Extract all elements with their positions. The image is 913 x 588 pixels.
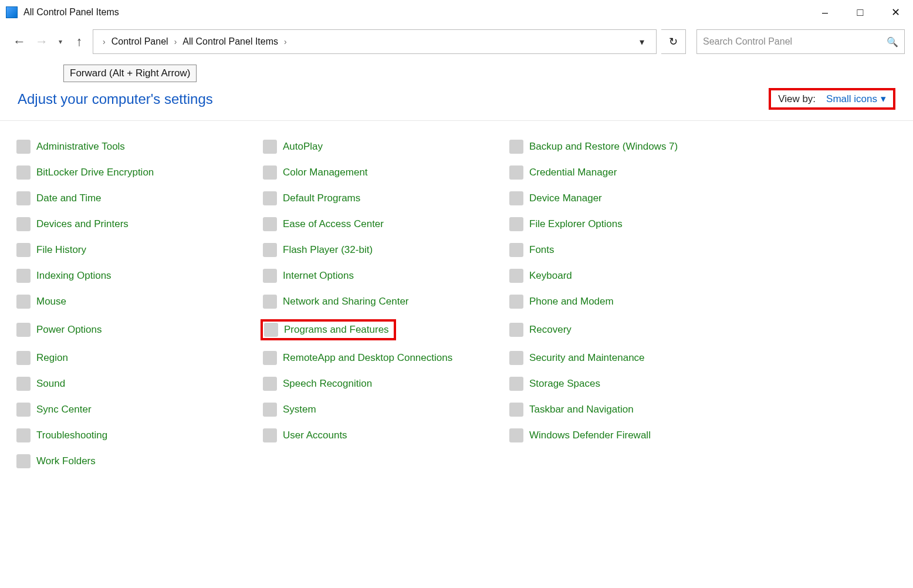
control-panel-item[interactable]: Power Options	[14, 319, 261, 340]
control-panel-item-label: Speech Recognition	[283, 378, 372, 390]
control-panel-item[interactable]: User Accounts	[261, 427, 507, 444]
control-panel-item[interactable]: Keyboard	[507, 268, 753, 284]
region-icon	[16, 351, 31, 365]
forward-tooltip: Forward (Alt + Right Arrow)	[63, 65, 197, 82]
view-by-value[interactable]: Small icons ▾	[826, 93, 886, 105]
clock-icon	[16, 191, 31, 205]
control-panel-item[interactable]: Default Programs	[261, 190, 507, 207]
color-icon	[263, 165, 277, 180]
sync-icon	[16, 403, 31, 417]
control-panel-item[interactable]: System	[261, 401, 507, 418]
speech-icon	[263, 377, 277, 391]
control-panel-item[interactable]: Indexing Options	[14, 268, 261, 284]
control-panel-item[interactable]: Credential Manager	[507, 164, 753, 181]
nav-row: ← → ▾ ↑ › Control Panel › All Control Pa…	[0, 25, 913, 60]
internet-icon	[263, 269, 277, 283]
control-panel-item[interactable]: Internet Options	[261, 268, 507, 284]
backup-icon	[509, 140, 523, 154]
forward-button[interactable]: →	[33, 33, 50, 50]
control-panel-item-label: Indexing Options	[36, 270, 111, 282]
control-panel-item[interactable]: Flash Player (32-bit)	[261, 242, 507, 258]
control-panel-item[interactable]: Devices and Printers	[14, 216, 261, 232]
power-icon	[16, 323, 31, 337]
control-panel-item-label: Mouse	[36, 296, 66, 307]
control-panel-item[interactable]: Mouse	[14, 293, 261, 310]
control-panel-item[interactable]: Work Folders	[14, 453, 261, 469]
control-panel-item[interactable]: Device Manager	[507, 190, 753, 207]
heading-row: Forward (Alt + Right Arrow) Adjust your …	[0, 60, 913, 121]
control-panel-item[interactable]: File Explorer Options	[507, 216, 753, 232]
chevron-right-icon[interactable]: ›	[100, 37, 108, 46]
recent-locations-button[interactable]: ▾	[55, 38, 66, 46]
chevron-right-icon[interactable]: ›	[172, 37, 180, 46]
control-panel-item-label: Internet Options	[283, 270, 354, 282]
control-panel-item[interactable]: Security and Maintenance	[507, 350, 753, 366]
bitlocker-icon	[16, 165, 31, 180]
control-panel-item[interactable]: Region	[14, 350, 261, 366]
refresh-button[interactable]: ↻	[661, 29, 686, 54]
recovery-icon	[509, 323, 523, 337]
control-panel-item[interactable]: Phone and Modem	[507, 293, 753, 310]
control-panel-item[interactable]: Network and Sharing Center	[261, 293, 507, 310]
control-panel-item[interactable]: Ease of Access Center	[261, 216, 507, 232]
control-panel-item[interactable]: Administrative Tools	[14, 138, 261, 155]
taskbar-icon	[509, 403, 523, 417]
control-panel-item[interactable]: Taskbar and Navigation	[507, 401, 753, 418]
search-icon: 🔍	[887, 36, 898, 48]
control-panel-item[interactable]: Backup and Restore (Windows 7)	[507, 138, 753, 155]
search-placeholder: Search Control Panel	[703, 36, 792, 47]
firewall-icon	[509, 428, 523, 442]
search-input[interactable]: Search Control Panel 🔍	[696, 29, 905, 54]
control-panel-item[interactable]: Fonts	[507, 242, 753, 258]
control-panel-item[interactable]: Troubleshooting	[14, 427, 261, 444]
control-panel-item-label: User Accounts	[283, 430, 347, 441]
address-dropdown-button[interactable]: ▾	[631, 31, 652, 53]
chevron-right-icon[interactable]: ›	[282, 37, 289, 46]
control-panel-item[interactable]: Sound	[14, 376, 261, 392]
phone-icon	[509, 295, 523, 309]
control-panel-item-label: Taskbar and Navigation	[529, 404, 634, 415]
control-panel-item-label: Device Manager	[529, 192, 602, 204]
control-panel-item-label: Recovery	[529, 324, 572, 336]
gear-icon	[16, 140, 31, 154]
view-by-dropdown[interactable]: View by: Small icons ▾	[769, 88, 895, 110]
up-button[interactable]: ↑	[70, 33, 88, 50]
control-panel-item[interactable]: BitLocker Drive Encryption	[14, 164, 261, 181]
flash-icon	[263, 243, 277, 257]
control-panel-item[interactable]: Sync Center	[14, 401, 261, 418]
control-panel-item[interactable]: Recovery	[507, 319, 753, 340]
control-panel-item[interactable]: Storage Spaces	[507, 376, 753, 392]
control-panel-item-label: Region	[36, 352, 68, 364]
address-bar[interactable]: › Control Panel › All Control Panel Item…	[93, 29, 657, 54]
device-manager-icon	[509, 191, 523, 205]
control-panel-item-label: Color Management	[283, 167, 368, 178]
control-panel-item-label: Sync Center	[36, 404, 92, 415]
control-panel-item[interactable]: File History	[14, 242, 261, 258]
breadcrumb-control-panel[interactable]: Control Panel	[108, 36, 172, 47]
close-button[interactable]: ✕	[878, 0, 913, 25]
control-panel-item-label: Programs and Features	[284, 324, 389, 336]
control-panel-item[interactable]: Color Management	[261, 164, 507, 181]
control-panel-item-label: Security and Maintenance	[529, 352, 645, 364]
page-heading: Adjust your computer's settings	[18, 91, 213, 107]
control-panel-item-label: Troubleshooting	[36, 430, 107, 441]
control-panel-item[interactable]: AutoPlay	[261, 138, 507, 155]
window-title: All Control Panel Items	[23, 7, 119, 18]
mouse-icon	[16, 295, 31, 309]
printer-icon	[16, 217, 31, 231]
control-panel-item[interactable]: Programs and Features	[261, 319, 396, 340]
control-panel-item-label: Keyboard	[529, 270, 572, 282]
control-panel-item[interactable]: RemoteApp and Desktop Connections	[261, 350, 507, 366]
control-panel-item[interactable]: Date and Time	[14, 190, 261, 207]
back-button[interactable]: ←	[11, 33, 28, 50]
credential-icon	[509, 165, 523, 180]
control-panel-item[interactable]: Speech Recognition	[261, 376, 507, 392]
breadcrumb-all-items[interactable]: All Control Panel Items	[179, 36, 282, 47]
control-panel-item-label: System	[283, 404, 316, 415]
minimize-button[interactable]: –	[807, 0, 843, 25]
control-panel-item-label: Ease of Access Center	[283, 218, 384, 230]
control-panel-item[interactable]: Windows Defender Firewall	[507, 427, 753, 444]
maximize-button[interactable]: □	[843, 0, 878, 25]
indexing-icon	[16, 269, 31, 283]
control-panel-item-label: File Explorer Options	[529, 218, 623, 230]
